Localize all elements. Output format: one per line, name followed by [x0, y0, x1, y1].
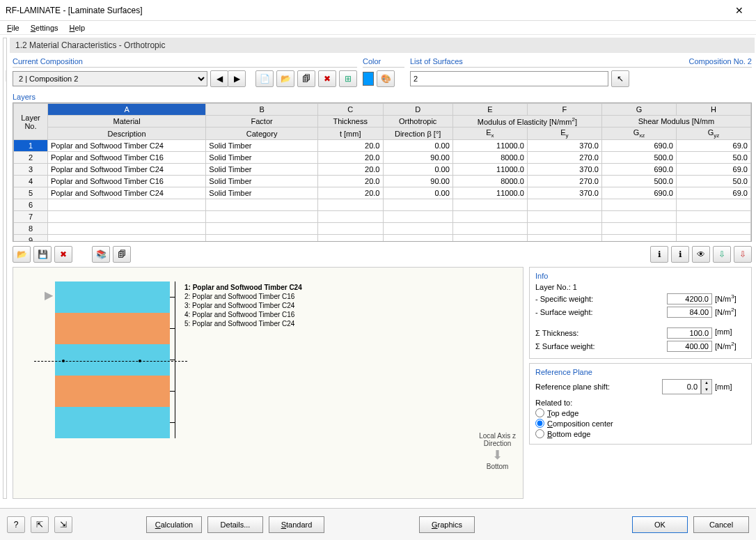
save-icon[interactable]: 💾: [33, 246, 52, 263]
table-row[interactable]: 3Poplar and Softwood Timber C24Solid Tim…: [14, 164, 751, 176]
subcol-direction: Direction β [°]: [383, 128, 452, 140]
export1-icon[interactable]: ⇩: [713, 246, 731, 263]
calculation-button[interactable]: Calculation: [146, 516, 202, 533]
tree-item-load-duration[interactable]: Load Duration and Service Classes: [5, 93, 7, 104]
radio-top-edge[interactable]: [535, 408, 544, 417]
subcol-category: Category: [206, 128, 318, 140]
table-row[interactable]: 6: [14, 199, 751, 211]
spin-up-icon[interactable]: ▲: [702, 380, 711, 387]
delete-button[interactable]: ✖: [318, 70, 336, 87]
ok-button[interactable]: OK: [632, 516, 688, 533]
tree-item-general[interactable]: General Data: [5, 59, 7, 70]
info2-icon[interactable]: ℹ: [671, 246, 689, 263]
tree-root[interactable]: Input Data: [5, 40, 7, 59]
shift-input[interactable]: [662, 379, 701, 394]
export-left-icon[interactable]: ⇱: [31, 516, 49, 533]
sum-thickness-value: 100.0: [667, 327, 712, 339]
surface-weight-label: - Surface weight:: [535, 308, 593, 316]
pick-surface-button[interactable]: ↖: [611, 70, 629, 87]
layers-toolbar: 📂 💾 ✖ 📚 🗐 ℹ ℹ 👁 ⇩ ⇩: [13, 246, 752, 263]
standard-button[interactable]: Standard: [269, 516, 324, 533]
col-letter-a: A: [47, 104, 205, 116]
col-letter-e: E: [452, 104, 527, 116]
delete-row-icon[interactable]: ✖: [54, 246, 72, 263]
subcol-description: Description: [47, 128, 205, 140]
layer-legend: 1: Poplar and Softwood Timber C24 2: Pop…: [184, 283, 302, 328]
col-layer-no: Layer No.: [14, 104, 48, 140]
layer-preview: ▶ 1: Poplar and Softwood T: [13, 267, 523, 499]
col-letter-h: H: [676, 104, 750, 116]
sum-surface-weight-label: Σ Surface weight:: [535, 342, 595, 350]
prev-composition-button[interactable]: ◀: [210, 70, 228, 87]
next-composition-button[interactable]: ▶: [228, 70, 246, 87]
table-row[interactable]: 7: [14, 211, 751, 223]
related-label: Related to:: [535, 399, 746, 407]
composition-badge: Composition No. 2: [689, 57, 753, 65]
arrow-down-icon: ⬇: [479, 447, 516, 463]
composition-select[interactable]: 2 | Composition 2: [13, 71, 207, 86]
bottom-bar: ? ⇱ ⇲ Calculation Details... Standard Gr…: [0, 508, 756, 540]
window-title: RF-LAMINATE - [Laminate Surfaces]: [6, 6, 143, 15]
folder-open-icon[interactable]: 📂: [13, 246, 31, 263]
menu-help[interactable]: Help: [65, 22, 90, 33]
details-button[interactable]: Details...: [207, 516, 263, 533]
graphics-button[interactable]: Graphics: [419, 516, 475, 533]
help-icon[interactable]: ?: [7, 516, 25, 533]
tree-item-material-characteristics[interactable]: Material Characteristics: [5, 70, 7, 82]
copy-rows-icon[interactable]: 🗐: [113, 246, 131, 263]
subcol-ex: Ex: [452, 128, 527, 140]
open-button[interactable]: 📂: [276, 70, 294, 87]
info1-icon[interactable]: ℹ: [650, 246, 668, 263]
subcol-gxz: Gxz: [601, 128, 676, 140]
titlebar: RF-LAMINATE - [Laminate Surfaces] ✕: [0, 0, 756, 21]
pointer-icon: ▶: [45, 288, 53, 302]
color-swatch[interactable]: [363, 72, 374, 86]
surfaces-input[interactable]: [410, 71, 608, 86]
col-letter-g: G: [601, 104, 676, 116]
reference-plane-box: Reference Plane Reference plane shift: ▲…: [529, 363, 752, 445]
panel-title: 1.2 Material Characteristics - Orthotrop…: [10, 38, 755, 53]
col-letter-f: F: [527, 104, 601, 116]
specific-weight-value: 4200.0: [667, 293, 712, 304]
menu-file[interactable]: File: [3, 22, 24, 33]
table-row[interactable]: 2Poplar and Softwood Timber C16Solid Tim…: [14, 152, 751, 164]
table-row[interactable]: 9: [14, 235, 751, 242]
surfaces-label: List of Surfaces: [410, 57, 463, 65]
table-row[interactable]: 4Poplar and Softwood Timber C16Solid Tim…: [14, 176, 751, 187]
radio-composition-center[interactable]: [535, 419, 544, 428]
table-row[interactable]: 5Poplar and Softwood Timber C24Solid Tim…: [14, 187, 751, 199]
excel-button[interactable]: ⊞: [339, 70, 357, 87]
layers-table[interactable]: Layer No. A B C D E F G H Material Facto…: [13, 102, 752, 242]
col-material: Material: [47, 116, 205, 128]
new-button[interactable]: 📄: [255, 70, 274, 87]
library-icon[interactable]: 📚: [92, 246, 110, 263]
export-right-icon[interactable]: ⇲: [54, 516, 72, 533]
subcol-gyz: Gyz: [676, 128, 750, 140]
sum-surface-weight-value: 400.00: [667, 341, 712, 352]
copy-button[interactable]: 🗐: [297, 70, 315, 87]
color-picker-button[interactable]: 🎨: [377, 70, 395, 87]
color-label: Color: [363, 57, 404, 65]
close-icon[interactable]: ✕: [728, 2, 750, 19]
table-row[interactable]: 1Poplar and Softwood Timber C24Solid Tim…: [14, 140, 751, 152]
col-letter-d: D: [383, 104, 452, 116]
col-thickness: Thickness: [317, 116, 383, 128]
nav-tree[interactable]: Input Data General Data Material Charact…: [3, 38, 7, 499]
surface-weight-value: 84.00: [667, 307, 712, 318]
tree-item-serviceability[interactable]: Serviceability Data: [5, 104, 7, 115]
radio-bottom-edge[interactable]: [535, 429, 544, 438]
col-modulus: Modulus of Elasticity [N/mm2]: [452, 116, 601, 128]
cancel-button[interactable]: Cancel: [693, 516, 749, 533]
subcol-ey: Ey: [527, 128, 601, 140]
col-shear: Shear Modulus [N/mm: [601, 116, 750, 128]
spin-down-icon[interactable]: ▼: [702, 387, 711, 394]
table-row[interactable]: 8: [14, 223, 751, 235]
tree-item-material-strengths[interactable]: Material Strengths: [5, 82, 7, 93]
eye-icon[interactable]: 👁: [692, 246, 710, 263]
axis-label: Local Axis z Direction ⬇ Bottom: [479, 432, 516, 470]
specific-weight-label: - Specific weight:: [535, 295, 593, 303]
menubar: File Settings Help: [0, 21, 756, 35]
sum-thickness-label: Σ Thickness:: [535, 329, 578, 337]
export2-icon[interactable]: ⇩: [734, 246, 752, 263]
menu-settings[interactable]: Settings: [26, 22, 63, 33]
